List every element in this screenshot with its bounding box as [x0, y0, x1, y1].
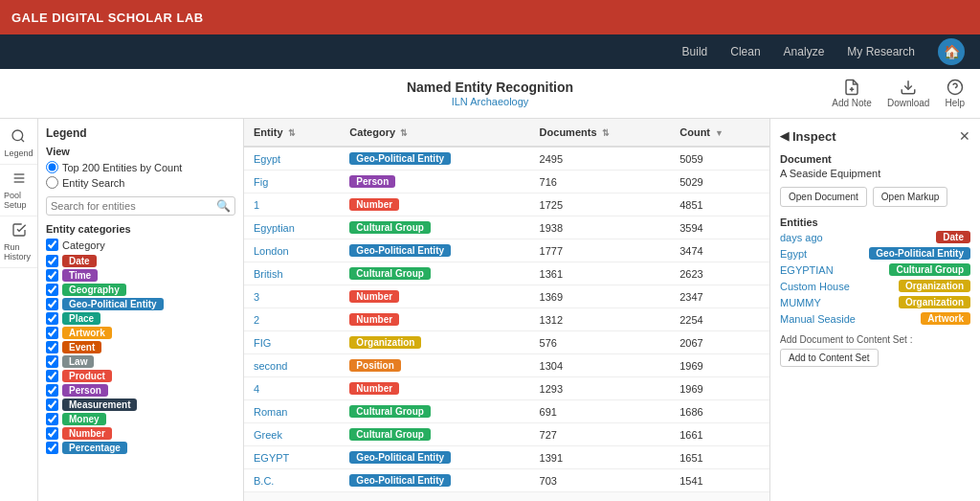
page-title: Named Entity Recognition — [407, 80, 573, 95]
table-row[interactable]: EGYPT Geo-Political Entity 1391 1651 — [244, 446, 769, 469]
close-panel-button[interactable]: ✕ — [959, 128, 970, 144]
cell-entity[interactable]: British — [244, 262, 340, 285]
cell-entity[interactable]: Greek — [244, 423, 340, 446]
table-row[interactable]: Egypt Geo-Political Entity 2495 5059 — [244, 147, 769, 171]
add-to-content-set-button[interactable]: Add to Content Set — [780, 349, 879, 367]
cell-entity[interactable]: London — [244, 239, 340, 262]
col-category[interactable]: Category ⇅ — [340, 119, 529, 147]
col-count[interactable]: Count ▼ — [670, 119, 769, 147]
cell-entity[interactable]: 1 — [244, 194, 340, 216]
cell-category: Geo-Political Entity — [340, 469, 529, 492]
panel-entity-name[interactable]: MUMMY — [780, 297, 821, 308]
cell-documents: 727 — [530, 423, 671, 446]
table-row[interactable]: 4 Number 1293 1969 — [244, 377, 769, 400]
table-row[interactable]: second Position 1304 1969 — [244, 354, 769, 377]
nav-legend[interactable]: Legend — [0, 123, 36, 165]
panel-entity-name[interactable]: Manual Seaside — [780, 313, 856, 325]
pool-setup-icon — [11, 171, 27, 189]
cell-entity[interactable]: EGYPT — [244, 446, 340, 469]
table-row[interactable]: Greek Cultural Group 727 1661 — [244, 423, 769, 446]
nav-clean[interactable]: Clean — [730, 45, 760, 58]
col-documents[interactable]: Documents ⇅ — [530, 119, 671, 147]
document-name: A Seaside Equipment — [780, 168, 970, 179]
table-row[interactable]: 3 Number 1369 2347 — [244, 285, 769, 308]
table-row[interactable]: 2 Number 1312 2254 — [244, 308, 769, 331]
add-note-button[interactable]: Add Note — [832, 79, 872, 108]
help-button[interactable]: Help — [945, 79, 965, 108]
table-row[interactable]: 1 Number 1725 4851 — [244, 194, 769, 216]
radio-top200[interactable]: Top 200 Entities by Count — [46, 161, 235, 173]
cell-entity[interactable]: Fig — [244, 171, 340, 194]
app-title: GALE DIGITAL SCHOLAR LAB — [11, 11, 204, 25]
cell-entity[interactable]: B.C. — [244, 469, 340, 492]
cell-entity[interactable]: second — [244, 354, 340, 377]
tag-time-checkbox[interactable] — [46, 269, 58, 282]
cell-entity[interactable]: 4 — [244, 377, 340, 400]
left-strip-nav: Legend Pool Setup Run History — [0, 119, 38, 501]
category-all-checkbox[interactable] — [46, 239, 58, 251]
tag-law: Law — [62, 355, 94, 368]
tag-product-checkbox[interactable] — [46, 370, 58, 382]
nav-myresearch[interactable]: My Research — [847, 45, 915, 58]
radio-entity-search[interactable]: Entity Search — [46, 176, 235, 189]
table-row[interactable]: B.C. Geo-Political Entity 703 1541 — [244, 469, 769, 492]
tag-law-checkbox[interactable] — [46, 355, 58, 368]
table-row[interactable]: Roman Cultural Group 691 1686 — [244, 400, 769, 423]
tag-geopolitical-checkbox[interactable] — [46, 298, 58, 310]
search-button[interactable]: 🔍 — [216, 199, 231, 213]
home-icon[interactable]: 🏠 — [938, 38, 965, 65]
count-sort-icon: ▼ — [715, 128, 724, 138]
panel-entity-row: EGYPTIAN Cultural Group — [780, 263, 970, 276]
table-row[interactable]: London Geo-Political Entity 1777 3474 — [244, 239, 769, 262]
tag-money-checkbox[interactable] — [46, 413, 58, 425]
cell-entity[interactable]: 3 — [244, 285, 340, 308]
tag-measurement-checkbox[interactable] — [46, 399, 58, 411]
tag-number-checkbox[interactable] — [46, 427, 58, 440]
col-entity[interactable]: Entity ⇅ — [244, 119, 340, 147]
page-subtitle[interactable]: ILN Archaeology — [452, 96, 529, 107]
table-row[interactable]: Fig Person 716 5029 — [244, 171, 769, 194]
open-document-button[interactable]: Open Document — [780, 187, 867, 207]
cell-entity[interactable]: FIG — [244, 331, 340, 354]
nav-analyze[interactable]: Analyze — [784, 45, 825, 58]
panel-entity-name[interactable]: EGYPTIAN — [780, 264, 834, 276]
tag-date-checkbox[interactable] — [46, 255, 58, 267]
tag-artwork: Artwork — [62, 327, 112, 339]
table-header-row: Entity ⇅ Category ⇅ Documents ⇅ Count ▼ — [244, 119, 769, 147]
cell-count: 1969 — [670, 354, 769, 377]
tag-geography-checkbox[interactable] — [46, 284, 58, 296]
tag-place: Place — [62, 312, 100, 325]
entity-categories-title: Entity categories — [46, 223, 235, 235]
cell-documents: 703 — [530, 469, 671, 492]
tag-artwork-checkbox[interactable] — [46, 327, 58, 339]
panel-entity-name[interactable]: days ago — [780, 232, 823, 243]
panel-entity-name[interactable]: Egypt — [780, 248, 807, 260]
search-input[interactable] — [51, 200, 216, 212]
entity-search-box[interactable]: 🔍 — [46, 196, 235, 216]
cell-count: 2623 — [670, 262, 769, 285]
tag-place-checkbox[interactable] — [46, 312, 58, 325]
tag-row-time: Time — [46, 269, 235, 282]
cell-documents: 1293 — [530, 377, 671, 400]
cell-entity[interactable]: Egypt — [244, 147, 340, 171]
tag-percentage-checkbox[interactable] — [46, 442, 58, 454]
sub-header-actions: Add Note Download Help — [832, 79, 965, 108]
table-row[interactable]: Egyptian Cultural Group 1938 3594 — [244, 216, 769, 239]
panel-entity-name[interactable]: Custom House — [780, 281, 850, 292]
cell-entity[interactable]: Roman — [244, 400, 340, 423]
cell-entity[interactable]: 2 — [244, 308, 340, 331]
sub-header: Named Entity Recognition ILN Archaeology… — [0, 69, 980, 119]
table-row[interactable]: FIG Organization 576 2067 — [244, 331, 769, 354]
nav-pool-setup[interactable]: Pool Setup — [0, 165, 37, 216]
nav-run-history[interactable]: Run History — [0, 216, 37, 268]
add-to-content-section: Add Document to Content Set : Add to Con… — [780, 334, 970, 367]
tag-event-checkbox[interactable] — [46, 341, 58, 353]
open-markup-button[interactable]: Open Markup — [873, 187, 948, 207]
table-row[interactable]: British Cultural Group 1361 2623 — [244, 262, 769, 285]
cell-count: 5059 — [670, 147, 769, 171]
tag-person-checkbox[interactable] — [46, 384, 58, 397]
nav-build[interactable]: Build — [682, 45, 708, 58]
download-button[interactable]: Download — [887, 79, 929, 108]
cell-category: Geo-Political Entity — [340, 147, 529, 171]
cell-entity[interactable]: Egyptian — [244, 216, 340, 239]
